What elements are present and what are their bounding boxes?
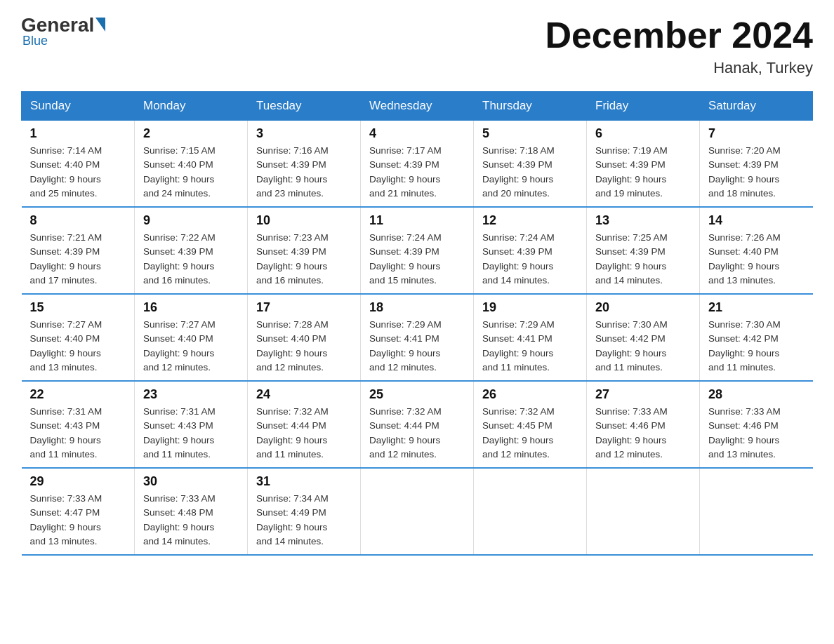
day-number: 25 xyxy=(369,387,465,402)
day-info: Sunrise: 7:31 AM Sunset: 4:43 PM Dayligh… xyxy=(143,405,239,462)
header-wednesday: Wednesday xyxy=(361,92,474,121)
logo-triangle-icon xyxy=(95,18,105,32)
calendar-cell: 7 Sunrise: 7:20 AM Sunset: 4:39 PM Dayli… xyxy=(700,121,813,208)
calendar-cell: 6 Sunrise: 7:19 AM Sunset: 4:39 PM Dayli… xyxy=(587,121,700,208)
logo: General Blue xyxy=(21,14,105,48)
day-info: Sunrise: 7:19 AM Sunset: 4:39 PM Dayligh… xyxy=(595,144,691,201)
calendar-cell: 4 Sunrise: 7:17 AM Sunset: 4:39 PM Dayli… xyxy=(361,121,474,208)
day-number: 11 xyxy=(369,213,465,228)
calendar-table: Sunday Monday Tuesday Wednesday Thursday… xyxy=(21,91,813,556)
calendar-cell xyxy=(474,468,587,555)
day-number: 8 xyxy=(30,213,126,228)
day-number: 4 xyxy=(369,126,465,141)
day-number: 24 xyxy=(256,387,352,402)
day-info: Sunrise: 7:29 AM Sunset: 4:41 PM Dayligh… xyxy=(369,318,465,375)
calendar-week-row: 1 Sunrise: 7:14 AM Sunset: 4:40 PM Dayli… xyxy=(22,121,813,208)
calendar-cell: 23 Sunrise: 7:31 AM Sunset: 4:43 PM Dayl… xyxy=(135,381,248,468)
calendar-cell: 31 Sunrise: 7:34 AM Sunset: 4:49 PM Dayl… xyxy=(248,468,361,555)
day-number: 12 xyxy=(482,213,578,228)
header-monday: Monday xyxy=(135,92,248,121)
day-info: Sunrise: 7:23 AM Sunset: 4:39 PM Dayligh… xyxy=(256,231,352,288)
calendar-cell xyxy=(361,468,474,555)
day-info: Sunrise: 7:33 AM Sunset: 4:46 PM Dayligh… xyxy=(708,405,805,462)
calendar-body: 1 Sunrise: 7:14 AM Sunset: 4:40 PM Dayli… xyxy=(22,121,813,556)
day-info: Sunrise: 7:33 AM Sunset: 4:46 PM Dayligh… xyxy=(595,405,691,462)
day-info: Sunrise: 7:28 AM Sunset: 4:40 PM Dayligh… xyxy=(256,318,352,375)
day-number: 3 xyxy=(256,126,352,141)
day-number: 6 xyxy=(595,126,691,141)
day-number: 31 xyxy=(256,474,352,489)
day-number: 21 xyxy=(708,300,805,315)
calendar-header: Sunday Monday Tuesday Wednesday Thursday… xyxy=(22,92,813,121)
header-row: Sunday Monday Tuesday Wednesday Thursday… xyxy=(22,92,813,121)
day-info: Sunrise: 7:34 AM Sunset: 4:49 PM Dayligh… xyxy=(256,492,352,549)
location-label: Hanak, Turkey xyxy=(545,59,813,77)
calendar-cell: 15 Sunrise: 7:27 AM Sunset: 4:40 PM Dayl… xyxy=(22,294,135,381)
page-header: General Blue December 2024 Hanak, Turkey xyxy=(21,14,813,77)
day-info: Sunrise: 7:27 AM Sunset: 4:40 PM Dayligh… xyxy=(143,318,239,375)
calendar-cell: 9 Sunrise: 7:22 AM Sunset: 4:39 PM Dayli… xyxy=(135,207,248,294)
calendar-cell: 18 Sunrise: 7:29 AM Sunset: 4:41 PM Dayl… xyxy=(361,294,474,381)
calendar-cell xyxy=(700,468,813,555)
day-info: Sunrise: 7:16 AM Sunset: 4:39 PM Dayligh… xyxy=(256,144,352,201)
header-friday: Friday xyxy=(587,92,700,121)
day-info: Sunrise: 7:32 AM Sunset: 4:44 PM Dayligh… xyxy=(369,405,465,462)
day-number: 2 xyxy=(143,126,239,141)
calendar-cell: 11 Sunrise: 7:24 AM Sunset: 4:39 PM Dayl… xyxy=(361,207,474,294)
calendar-cell: 27 Sunrise: 7:33 AM Sunset: 4:46 PM Dayl… xyxy=(587,381,700,468)
calendar-cell: 14 Sunrise: 7:26 AM Sunset: 4:40 PM Dayl… xyxy=(700,207,813,294)
day-number: 5 xyxy=(482,126,578,141)
day-info: Sunrise: 7:30 AM Sunset: 4:42 PM Dayligh… xyxy=(595,318,691,375)
calendar-cell: 1 Sunrise: 7:14 AM Sunset: 4:40 PM Dayli… xyxy=(22,121,135,208)
calendar-cell: 25 Sunrise: 7:32 AM Sunset: 4:44 PM Dayl… xyxy=(361,381,474,468)
day-info: Sunrise: 7:32 AM Sunset: 4:45 PM Dayligh… xyxy=(482,405,578,462)
day-info: Sunrise: 7:14 AM Sunset: 4:40 PM Dayligh… xyxy=(30,144,126,201)
calendar-cell: 17 Sunrise: 7:28 AM Sunset: 4:40 PM Dayl… xyxy=(248,294,361,381)
day-info: Sunrise: 7:33 AM Sunset: 4:48 PM Dayligh… xyxy=(143,492,239,549)
day-info: Sunrise: 7:24 AM Sunset: 4:39 PM Dayligh… xyxy=(482,231,578,288)
calendar-cell: 13 Sunrise: 7:25 AM Sunset: 4:39 PM Dayl… xyxy=(587,207,700,294)
calendar-cell: 20 Sunrise: 7:30 AM Sunset: 4:42 PM Dayl… xyxy=(587,294,700,381)
day-info: Sunrise: 7:15 AM Sunset: 4:40 PM Dayligh… xyxy=(143,144,239,201)
day-number: 30 xyxy=(143,474,239,489)
header-sunday: Sunday xyxy=(22,92,135,121)
day-info: Sunrise: 7:22 AM Sunset: 4:39 PM Dayligh… xyxy=(143,231,239,288)
day-info: Sunrise: 7:29 AM Sunset: 4:41 PM Dayligh… xyxy=(482,318,578,375)
day-number: 23 xyxy=(143,387,239,402)
calendar-week-row: 22 Sunrise: 7:31 AM Sunset: 4:43 PM Dayl… xyxy=(22,381,813,468)
day-number: 7 xyxy=(708,126,805,141)
day-info: Sunrise: 7:32 AM Sunset: 4:44 PM Dayligh… xyxy=(256,405,352,462)
day-info: Sunrise: 7:18 AM Sunset: 4:39 PM Dayligh… xyxy=(482,144,578,201)
calendar-cell: 26 Sunrise: 7:32 AM Sunset: 4:45 PM Dayl… xyxy=(474,381,587,468)
calendar-cell: 5 Sunrise: 7:18 AM Sunset: 4:39 PM Dayli… xyxy=(474,121,587,208)
day-number: 15 xyxy=(30,300,126,315)
calendar-cell: 12 Sunrise: 7:24 AM Sunset: 4:39 PM Dayl… xyxy=(474,207,587,294)
calendar-cell: 10 Sunrise: 7:23 AM Sunset: 4:39 PM Dayl… xyxy=(248,207,361,294)
logo-blue-subtitle: Blue xyxy=(22,34,48,48)
title-section: December 2024 Hanak, Turkey xyxy=(545,14,813,77)
calendar-cell: 24 Sunrise: 7:32 AM Sunset: 4:44 PM Dayl… xyxy=(248,381,361,468)
day-info: Sunrise: 7:26 AM Sunset: 4:40 PM Dayligh… xyxy=(708,231,805,288)
calendar-week-row: 8 Sunrise: 7:21 AM Sunset: 4:39 PM Dayli… xyxy=(22,207,813,294)
header-saturday: Saturday xyxy=(700,92,813,121)
day-number: 18 xyxy=(369,300,465,315)
calendar-cell: 2 Sunrise: 7:15 AM Sunset: 4:40 PM Dayli… xyxy=(135,121,248,208)
day-number: 27 xyxy=(595,387,691,402)
day-number: 16 xyxy=(143,300,239,315)
header-thursday: Thursday xyxy=(474,92,587,121)
day-info: Sunrise: 7:25 AM Sunset: 4:39 PM Dayligh… xyxy=(595,231,691,288)
day-info: Sunrise: 7:17 AM Sunset: 4:39 PM Dayligh… xyxy=(369,144,465,201)
day-info: Sunrise: 7:24 AM Sunset: 4:39 PM Dayligh… xyxy=(369,231,465,288)
day-info: Sunrise: 7:20 AM Sunset: 4:39 PM Dayligh… xyxy=(708,144,805,201)
day-number: 26 xyxy=(482,387,578,402)
calendar-cell: 22 Sunrise: 7:31 AM Sunset: 4:43 PM Dayl… xyxy=(22,381,135,468)
calendar-week-row: 29 Sunrise: 7:33 AM Sunset: 4:47 PM Dayl… xyxy=(22,468,813,555)
calendar-cell: 29 Sunrise: 7:33 AM Sunset: 4:47 PM Dayl… xyxy=(22,468,135,555)
calendar-cell: 30 Sunrise: 7:33 AM Sunset: 4:48 PM Dayl… xyxy=(135,468,248,555)
calendar-cell: 28 Sunrise: 7:33 AM Sunset: 4:46 PM Dayl… xyxy=(700,381,813,468)
calendar-cell: 3 Sunrise: 7:16 AM Sunset: 4:39 PM Dayli… xyxy=(248,121,361,208)
day-info: Sunrise: 7:30 AM Sunset: 4:42 PM Dayligh… xyxy=(708,318,805,375)
day-number: 19 xyxy=(482,300,578,315)
header-tuesday: Tuesday xyxy=(248,92,361,121)
day-number: 20 xyxy=(595,300,691,315)
